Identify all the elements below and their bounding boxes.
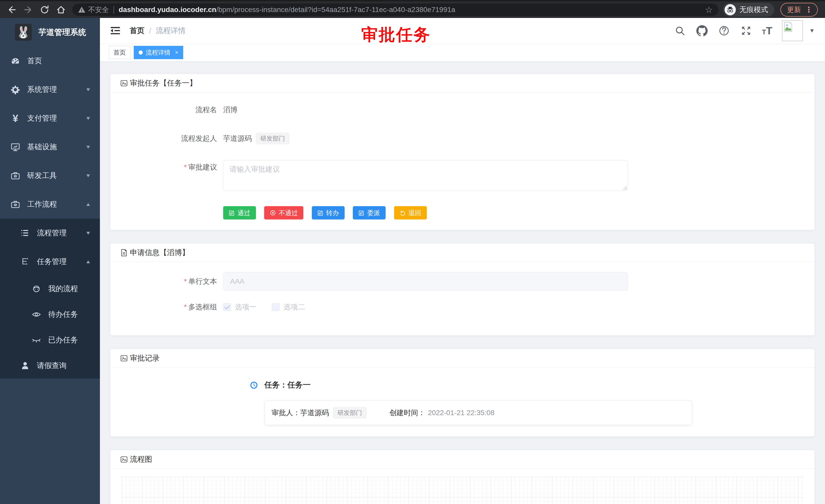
checkbox-option-2: 选项二 xyxy=(272,302,305,312)
github-icon[interactable] xyxy=(696,24,708,37)
breadcrumb-home[interactable]: 首页 xyxy=(130,26,145,36)
tab-home[interactable]: 首页 xyxy=(108,46,131,59)
security-chip[interactable]: 不安全 xyxy=(78,5,109,14)
sidebar: 🐰 芋道管理系统 首页 系统管理 ▼ ¥ 支付管理 ▼ xyxy=(0,18,100,504)
chevron-up-icon: ▲ xyxy=(85,259,91,264)
bookmark-star-icon[interactable]: ☆ xyxy=(705,5,713,15)
chevron-down-icon: ▼ xyxy=(85,173,91,178)
apply-info-card: 申请信息【滔博】 *单行文本 AAA *多选框组 选项一 xyxy=(110,243,815,335)
sidebar-item-devtools[interactable]: 研发工具 ▼ xyxy=(0,161,100,190)
content-area: 审批任务【任务一】 流程名 滔博 流程发起人 芋道源码 研发部门 xyxy=(100,62,825,504)
card-header: 审批任务【任务一】 xyxy=(110,74,815,92)
spacer xyxy=(121,206,223,220)
home-icon[interactable] xyxy=(53,3,69,16)
process-name-row: 流程名 滔博 xyxy=(121,103,804,117)
process-name-value: 滔博 xyxy=(223,103,237,117)
sidebar-item-label: 首页 xyxy=(27,56,91,66)
browser-toolbar: 不安全 dashboard.yudao.iocoder.cn/bpm/proce… xyxy=(0,0,825,18)
url-host: dashboard.yudao.iocoder.cn xyxy=(119,6,216,14)
sidebar-item-home[interactable]: 首页 xyxy=(0,47,100,75)
transfer-button[interactable]: 转办 xyxy=(312,206,345,220)
sidebar-item-task-mgmt[interactable]: 任务管理 ▲ xyxy=(0,247,100,276)
timeline-node: 任务：任务一 xyxy=(250,380,804,390)
field-label: *多选框组 xyxy=(121,302,223,312)
reject-button[interactable]: 不通过 xyxy=(264,206,303,220)
sidebar-item-pay[interactable]: ¥ 支付管理 ▼ xyxy=(0,104,100,133)
clock-icon xyxy=(250,381,258,389)
sidebar-item-label: 请假查询 xyxy=(37,360,91,371)
required-asterisk: * xyxy=(184,163,187,171)
eye-open-icon xyxy=(31,309,42,320)
approve-task-card: 审批任务【任务一】 流程名 滔博 流程发起人 芋道源码 研发部门 xyxy=(110,74,815,230)
people-icon xyxy=(31,284,42,294)
picture-icon xyxy=(120,455,128,463)
checkbox-label: 选项一 xyxy=(235,302,256,312)
bpmn-canvas[interactable] xyxy=(122,477,803,504)
field-label: 流程名 xyxy=(121,103,223,117)
forward-icon[interactable] xyxy=(20,3,36,16)
approver-label: 审批人： xyxy=(272,408,300,418)
field-label: 流程发起人 xyxy=(121,132,223,146)
sidebar-item-leave-query[interactable]: 请假查询 xyxy=(0,353,100,379)
tags-view: 首页 流程详情 × xyxy=(100,44,825,62)
sidebar-item-label: 我的流程 xyxy=(48,284,91,294)
time-label: 创建时间： xyxy=(389,408,425,418)
required-asterisk: * xyxy=(184,303,187,311)
navbar: 首页 / 流程详情 T xyxy=(100,18,825,44)
field-label: *单行文本 xyxy=(121,272,223,291)
sidebar-item-my-process[interactable]: 我的流程 xyxy=(0,276,100,302)
card-title: 审批记录 xyxy=(130,353,160,363)
initiator-value: 芋道源码 研发部门 xyxy=(223,132,289,146)
card-header: 申请信息【滔博】 xyxy=(110,244,815,262)
sidebar-item-label: 研发工具 xyxy=(27,171,85,181)
update-button[interactable]: 更新 ⋮ xyxy=(780,3,818,17)
sidebar-item-infra[interactable]: 基础设施 ▼ xyxy=(0,133,100,161)
list-tree-icon xyxy=(20,228,30,238)
suggestion-row: *审批建议 xyxy=(121,160,804,192)
url-bar[interactable]: 不安全 dashboard.yudao.iocoder.cn/bpm/proce… xyxy=(72,4,719,16)
chevron-down-icon: ▼ xyxy=(85,115,91,121)
suggestion-textarea[interactable] xyxy=(223,160,628,191)
security-label: 不安全 xyxy=(88,5,109,14)
divider xyxy=(114,6,114,14)
card-header: 流程图 xyxy=(110,450,815,469)
sidebar-item-label: 任务管理 xyxy=(37,257,85,267)
sidebar-item-done-tasks[interactable]: 已办任务 xyxy=(0,327,100,353)
picture-icon xyxy=(120,79,128,87)
user-icon xyxy=(20,360,30,371)
circle-close-icon xyxy=(270,210,276,216)
card-header: 审批记录 xyxy=(110,349,815,367)
reload-icon[interactable] xyxy=(36,3,53,16)
chevron-down-icon: ▼ xyxy=(85,230,91,236)
back-icon[interactable] xyxy=(4,3,20,16)
sidebar-item-todo-tasks[interactable]: 待办任务 xyxy=(0,302,100,327)
sidebar-item-system[interactable]: 系统管理 ▼ xyxy=(0,75,100,104)
hamburger-icon[interactable] xyxy=(107,23,123,38)
sidebar-item-label: 基础设施 xyxy=(27,142,85,152)
page: 不安全 dashboard.yudao.iocoder.cn/bpm/proce… xyxy=(0,0,825,504)
breadcrumb: 首页 / 流程详情 xyxy=(130,26,185,36)
close-icon[interactable]: × xyxy=(175,49,178,56)
field-label: *审批建议 xyxy=(121,160,223,192)
help-icon[interactable] xyxy=(718,24,730,37)
approve-records-card: 审批记录 任务：任务一 审批人： 芋道源码 研发部门 xyxy=(110,349,815,437)
card-title: 流程图 xyxy=(130,454,152,465)
eye-closed-icon xyxy=(31,335,42,345)
approve-button[interactable]: 通过 xyxy=(223,206,256,220)
font-size-icon[interactable]: TT xyxy=(762,26,772,36)
avatar-caret-icon[interactable]: ▼ xyxy=(809,27,815,34)
avatar[interactable] xyxy=(782,20,803,41)
chevron-down-icon: ▼ xyxy=(85,144,91,150)
browser-menu-icon[interactable]: ⋮ xyxy=(805,6,813,14)
picture-icon xyxy=(120,354,128,362)
delegate-button[interactable]: 委派 xyxy=(353,206,386,220)
search-icon[interactable] xyxy=(674,24,686,37)
broken-image-icon xyxy=(783,22,793,32)
sidebar-item-process-mgmt[interactable]: 流程管理 ▼ xyxy=(0,219,100,247)
breadcrumb-current: 流程详情 xyxy=(156,26,185,36)
fullscreen-icon[interactable] xyxy=(740,24,752,37)
sidebar-item-workflow[interactable]: 工作流程 ▲ xyxy=(0,190,100,219)
return-button[interactable]: 退回 xyxy=(394,206,427,220)
tab-process-detail[interactable]: 流程详情 × xyxy=(134,46,183,59)
timeline: 任务：任务一 审批人： 芋道源码 研发部门 创建时间： 2022-01-21 2… xyxy=(121,380,804,425)
